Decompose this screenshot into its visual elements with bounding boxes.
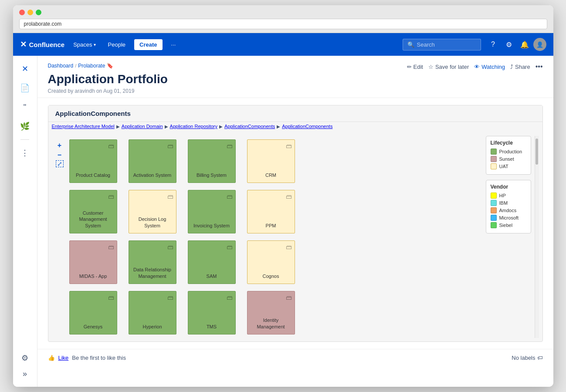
- card-icon: 🗃: [286, 243, 292, 250]
- maximize-button[interactable]: [36, 10, 41, 15]
- card-decision-log-system[interactable]: 🗃 Decision Log System: [129, 190, 176, 233]
- card-label: Cognos: [261, 273, 281, 279]
- legend-color-ibm: [491, 200, 497, 206]
- card-icon: 🗃: [167, 294, 173, 301]
- legend-area: Lifecycle Production Sunset: [482, 136, 535, 338]
- card-label: Billing System: [195, 172, 228, 178]
- bookmark-icon[interactable]: 🔖: [107, 63, 113, 69]
- card-icon: 🗃: [227, 243, 233, 250]
- search-input[interactable]: [417, 41, 469, 48]
- card-icon: 🗃: [167, 193, 173, 200]
- diagram-title: ApplicationComponents: [48, 105, 542, 122]
- more-nav-item[interactable]: ···: [168, 40, 180, 50]
- scroll-thumb[interactable]: [535, 139, 538, 165]
- card-invoicing-system[interactable]: 🗃 Invoicing System: [188, 190, 236, 233]
- page-footer: 👍 Like Be the first to like this No labe…: [37, 349, 553, 366]
- footer-right: No labels 🏷: [512, 355, 542, 361]
- browser-window: prolaborate.com ✕ Confluence Spaces ▾ Pe…: [13, 5, 553, 387]
- legend-item-microsoft: Microsoft: [491, 215, 526, 221]
- zoom-in-button[interactable]: +: [55, 141, 64, 150]
- application-cards-grid: 🗃 Product Catalog 🗃 Activation System 🗃 …: [66, 136, 482, 338]
- sidebar-resize-handle[interactable]: ⋮: [17, 145, 33, 161]
- sidebar-icon-pages[interactable]: 📄: [17, 80, 33, 96]
- card-tms[interactable]: 🗃 TMS: [188, 291, 236, 335]
- nav-action-icons: ? ⚙ 🔔 👤: [486, 37, 546, 51]
- diag-breadcrumb-part4[interactable]: ApplicationComponents: [224, 124, 275, 129]
- window-controls: [19, 10, 547, 15]
- search-bar[interactable]: 🔍: [403, 39, 481, 51]
- share-button[interactable]: ⤴ Share: [510, 64, 530, 70]
- fit-diagram-button[interactable]: ⤢: [56, 160, 64, 167]
- card-genesys[interactable]: 🗃 Genesys: [69, 291, 117, 335]
- help-icon[interactable]: ?: [486, 37, 500, 51]
- create-button[interactable]: Create: [134, 39, 162, 50]
- sidebar-icon-settings[interactable]: ⚙: [17, 350, 33, 366]
- like-button[interactable]: Like: [58, 355, 69, 361]
- card-icon: 🗃: [108, 294, 114, 301]
- breadcrumb-dashboard[interactable]: Dashboard: [48, 63, 74, 69]
- card-label: Genesys: [82, 324, 104, 330]
- edit-button[interactable]: ✏ Edit: [407, 64, 423, 70]
- card-customer-management-system[interactable]: 🗃 Customer Management System: [69, 190, 117, 233]
- page-meta: Created by aravindh on Aug 01, 2019: [48, 88, 168, 94]
- diagram-scrollbar[interactable]: [535, 136, 539, 338]
- star-icon: ☆: [428, 64, 434, 70]
- confluence-logo[interactable]: ✕ Confluence: [20, 40, 65, 49]
- card-label: Data Relationship Management: [129, 267, 176, 279]
- card-label: Activation System: [132, 172, 173, 178]
- diag-breadcrumb-part5[interactable]: ApplicationComponents: [282, 124, 332, 129]
- watching-button[interactable]: 👁 Watching: [474, 64, 505, 70]
- settings-icon[interactable]: ⚙: [502, 37, 516, 51]
- card-billing-system[interactable]: 🗃 Billing System: [188, 139, 236, 183]
- legend-item-production: Production: [491, 149, 526, 155]
- card-icon: 🗃: [167, 243, 173, 250]
- page-actions: ✏ Edit ☆ Save for later 👁 Watching ⤴: [407, 63, 543, 71]
- card-ppm[interactable]: 🗃 PPM: [247, 190, 295, 233]
- url-bar[interactable]: prolaborate.com: [19, 19, 547, 29]
- card-hyperion[interactable]: 🗃 Hyperion: [129, 291, 176, 335]
- legend-color-siebel: [491, 222, 497, 228]
- sidebar-icon-tree[interactable]: 🌿: [17, 118, 33, 134]
- sidebar-icon-expand[interactable]: »: [17, 366, 33, 382]
- diag-breadcrumb-part3[interactable]: Application Repository: [170, 124, 217, 129]
- diag-breadcrumb-part2[interactable]: Application Domain: [122, 124, 163, 129]
- vendor-legend-title: Vendor: [491, 184, 526, 190]
- legend-item-amdocs: Amdocs: [491, 207, 526, 213]
- diag-breadcrumb-part1[interactable]: Enterprise Architecture Model: [52, 124, 115, 129]
- card-label: SAM: [205, 273, 219, 279]
- card-midas-app[interactable]: 🗃 MIDAS - App: [69, 240, 117, 284]
- legend-item-hp: HP: [491, 193, 526, 199]
- card-data-relationship-management[interactable]: 🗃 Data Relationship Management: [129, 240, 176, 284]
- sidebar-icon-quote[interactable]: ": [17, 99, 33, 115]
- sidebar-icon-home[interactable]: ✕: [17, 61, 33, 77]
- card-activation-system[interactable]: 🗃 Activation System: [129, 139, 176, 183]
- close-button[interactable]: [19, 10, 25, 15]
- minimize-button[interactable]: [27, 10, 33, 15]
- diagram-content-area: + − ⤢ 🗃 Product Catalog 🗃: [48, 132, 542, 341]
- card-sam[interactable]: 🗃 SAM: [188, 240, 236, 284]
- card-cognos[interactable]: 🗃 Cognos: [247, 240, 295, 284]
- card-icon: 🗃: [227, 294, 233, 301]
- card-label: CRM: [264, 172, 278, 178]
- diagram-breadcrumb: Enterprise Architecture Model ▶ Applicat…: [48, 122, 542, 132]
- more-actions-button[interactable]: •••: [535, 63, 543, 71]
- card-icon: 🗃: [286, 193, 292, 200]
- confluence-navbar: ✕ Confluence Spaces ▾ People Create ··· …: [13, 33, 553, 56]
- lifecycle-legend-title: Lifecycle: [491, 140, 526, 146]
- card-label: Identity Management: [247, 317, 295, 330]
- card-identity-management[interactable]: 🗃 Identity Management: [247, 291, 295, 335]
- save-for-later-button[interactable]: ☆ Save for later: [428, 64, 469, 70]
- people-nav-item[interactable]: People: [105, 40, 129, 50]
- like-icon: 👍: [48, 355, 55, 361]
- spaces-chevron-icon: ▾: [94, 42, 96, 47]
- notifications-icon[interactable]: 🔔: [518, 37, 532, 51]
- card-product-catalog[interactable]: 🗃 Product Catalog: [69, 139, 117, 183]
- spaces-nav-item[interactable]: Spaces ▾: [70, 40, 99, 50]
- breadcrumb-prolaborate[interactable]: Prolaborate: [78, 63, 105, 69]
- zoom-out-button[interactable]: −: [55, 151, 64, 159]
- content-area: Dashboard / Prolaborate 🔖 Application Po…: [37, 56, 553, 387]
- card-crm[interactable]: 🗃 CRM: [247, 139, 295, 183]
- user-avatar[interactable]: 👤: [533, 38, 546, 51]
- labels-text: No labels: [512, 355, 535, 361]
- page-title: Application Portfolio: [48, 72, 168, 86]
